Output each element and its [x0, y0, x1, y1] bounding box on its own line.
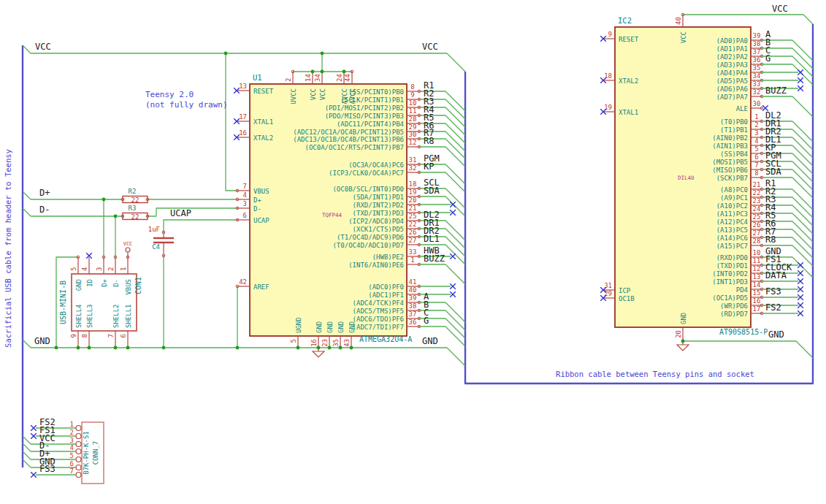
component-R3[interactable]: R322 — [123, 205, 148, 221]
pin-name: (SS/PCINT0)PB0 — [348, 88, 404, 96]
pin-number: 41 — [409, 278, 417, 286]
CON1-pin-3[interactable]: 3D+ — [96, 256, 108, 287]
wire-to-bus-entry — [23, 340, 31, 348]
pin-name: VCC — [680, 31, 687, 43]
pin-number: 31 — [409, 156, 417, 164]
net-label-VCC[interactable]: VCC — [35, 42, 51, 52]
pin-number: 1 — [70, 421, 74, 428]
pin-number: 44 — [344, 74, 351, 82]
net-label-BUZZ[interactable]: BUZZ — [424, 253, 445, 264]
net-label-DATA[interactable]: DATA — [765, 270, 787, 280]
pin-number: 8 — [81, 334, 88, 337]
note-text-3: Sacrificial USB cable from header to Tee… — [4, 149, 12, 348]
CONN_7-value: B7K-PH-K-S1 — [83, 431, 90, 475]
pin-name: D- — [253, 205, 261, 213]
component-U1[interactable]: U1ATMEGA32U4-ATQFP4413RESET17XTAL116XTAL… — [234, 70, 465, 349]
pin-name: VBUS — [253, 188, 269, 195]
no-connect-x — [450, 253, 456, 259]
component-CON1[interactable]: USB-MINI-BCON15GND4ID3D+2D-1VBUS9SHELL48… — [59, 253, 142, 349]
vcc-symbol-label: VCC — [123, 241, 133, 247]
pin-number: 3 — [243, 200, 247, 207]
pin-name: (A15)PC7 — [716, 243, 748, 250]
component-C4[interactable]: 1uFC4 — [148, 226, 174, 256]
net-label-GND[interactable]: GND — [422, 336, 438, 346]
pin-circle — [76, 457, 81, 462]
component-CONN_7[interactable]: B7K-PH-K-S1CONN_71FS22FS13VCC4D-5D+6GND7… — [31, 417, 104, 484]
pin-number: 4 — [243, 191, 247, 199]
net-label-UCAP[interactable]: UCAP — [170, 208, 191, 218]
pin-number: 2 — [285, 78, 292, 82]
net-label-G[interactable]: G — [424, 316, 429, 326]
pin-number: 30 — [409, 131, 417, 138]
pin-number: 33 — [753, 80, 761, 88]
wire-to-bus-entry — [792, 189, 813, 210]
net-label-VCC[interactable]: VCC — [772, 4, 788, 14]
component-R2[interactable]: R222 — [123, 188, 148, 204]
net-label-SDA[interactable]: SDA — [765, 167, 781, 177]
CON1-pin-4[interactable]: 4ID — [81, 253, 93, 287]
pin-number: 27 — [409, 237, 417, 244]
CON1-pin-2[interactable]: 2D- — [107, 256, 120, 287]
net-label-D-[interactable]: D- — [39, 205, 50, 215]
net-label-GND[interactable]: GND — [768, 329, 784, 340]
pin-name: (ADC0)PF0 — [368, 283, 404, 291]
pin-number: 4 — [754, 137, 758, 145]
pin-number: 5 — [70, 452, 74, 459]
net-label-DL1[interactable]: DL1 — [424, 234, 440, 244]
pin-circle — [76, 426, 81, 431]
pin-number: 11 — [753, 257, 761, 264]
R2-reference: R2 — [129, 188, 137, 195]
net-label-R8[interactable]: R8 — [424, 136, 434, 146]
junction-dot — [236, 346, 240, 350]
pin-number: 35 — [753, 64, 761, 72]
net-label-D+[interactable]: D+ — [39, 188, 50, 198]
pin-name: GND — [348, 321, 356, 333]
pin-name: (AD2)PA2 — [716, 53, 748, 61]
IC2-value: AT90S8515-P — [719, 328, 768, 336]
pin-number: 16 — [239, 129, 247, 137]
U1-footprint: TQFP44 — [322, 212, 343, 218]
pin-circle — [76, 449, 81, 454]
pin-number: 16 — [753, 297, 761, 305]
pin-name: (A11)PC3 — [716, 210, 748, 218]
net-label-FS3[interactable]: FS3 — [765, 286, 781, 297]
net-label-R8[interactable]: R8 — [765, 234, 776, 245]
pin-number: 35 — [332, 339, 340, 347]
pin-number: 8 — [754, 169, 758, 177]
pin-number: 3 — [754, 129, 758, 137]
CON1-pin-6[interactable]: 6SHELL1 — [120, 304, 132, 348]
wire-to-bus-entry — [792, 121, 813, 142]
pin-name: SHELL1 — [125, 304, 132, 328]
pin-name: (SDA/INT1)PD1 — [353, 194, 404, 201]
pin-number: 9 — [410, 91, 414, 99]
net-label-GND[interactable]: GND — [34, 336, 50, 346]
CON1-pin-7[interactable]: 7SHELL2 — [107, 304, 120, 348]
pin-number: 23 — [321, 339, 329, 347]
pin-number: 28 — [753, 237, 761, 245]
pin-number: 7 — [70, 467, 74, 475]
pin-number: 2 — [70, 429, 74, 436]
pin-name: (RXD/INT2)PD2 — [353, 202, 404, 209]
wire-to-bus-entry — [792, 145, 813, 166]
pin-name: (ICP2/ADC8)PD4 — [348, 218, 404, 225]
pin-number: 34 — [753, 72, 761, 80]
component-IC2[interactable]: IC2AT90S8515-PDIL409RESET18XTAL219XTAL13… — [600, 13, 813, 343]
CON1-pin-8[interactable]: 8SHELL3 — [81, 304, 93, 348]
net-label-VCC[interactable]: VCC — [422, 42, 438, 52]
pin-name: XTAL1 — [619, 109, 638, 116]
net-label-FS3[interactable]: FS3 — [39, 464, 56, 474]
pin-number: 20 — [409, 196, 417, 204]
junction-dot — [311, 70, 315, 74]
pin-number: 22 — [409, 221, 417, 228]
pin-name: (INT6/AIN0)PE6 — [348, 261, 404, 269]
net-label-G[interactable]: G — [765, 53, 770, 64]
CON1-pin-1[interactable]: 1VBUS — [120, 256, 132, 294]
pin-name: (SCK)PB7 — [716, 175, 748, 182]
gnd-triangle — [677, 345, 689, 351]
net-label-SDA[interactable]: SDA — [424, 186, 440, 196]
net-label-FS2[interactable]: FS2 — [765, 302, 781, 313]
net-label-BUZZ[interactable]: BUZZ — [765, 85, 787, 96]
pin-name: (T0)PB0 — [720, 118, 748, 126]
IC2-footprint: DIL40 — [678, 175, 695, 181]
net-label-KP[interactable]: KP — [424, 161, 434, 172]
